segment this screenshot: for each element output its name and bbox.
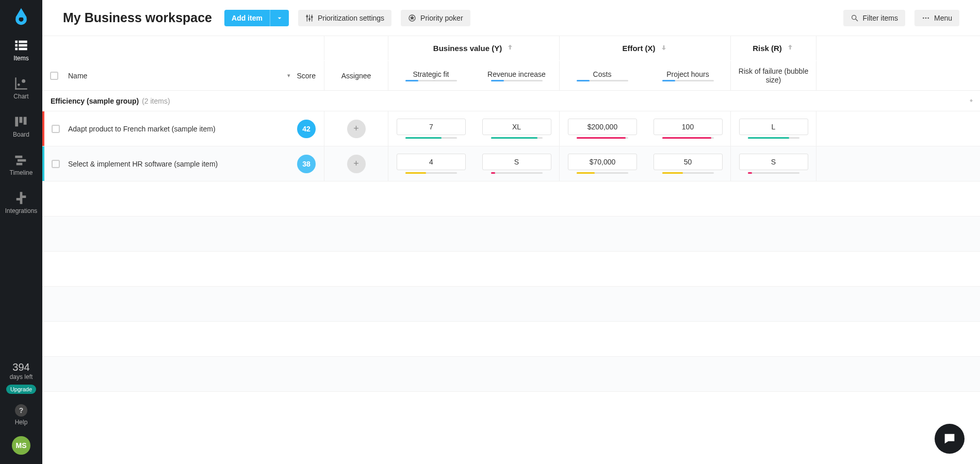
revenue-increase-cell[interactable]: S: [474, 146, 560, 181]
arrow-up-icon: [506, 43, 514, 53]
filter-items-button[interactable]: Filter items: [843, 10, 905, 26]
column-costs[interactable]: Costs: [560, 61, 645, 90]
strategic-fit-cell[interactable]: 7: [388, 111, 474, 146]
svg-rect-4: [15, 44, 18, 47]
svg-point-23: [311, 16, 313, 18]
svg-rect-3: [19, 41, 27, 43]
expand-icon[interactable]: [968, 96, 975, 105]
group-business-value: Business value (Y): [388, 36, 560, 60]
group-row[interactable]: Efficiency (sample group) (2 items): [42, 91, 980, 111]
group-name: Efficiency (sample group): [51, 97, 139, 105]
svg-point-11: [22, 79, 25, 83]
add-assignee-button[interactable]: +: [347, 155, 366, 173]
button-label: Priority poker: [420, 14, 463, 22]
board-icon: [14, 114, 28, 129]
svg-line-26: [856, 19, 858, 21]
integrations-icon: [14, 191, 28, 205]
help[interactable]: ? Help: [15, 404, 28, 426]
column-project-hours[interactable]: Project hours: [645, 61, 731, 90]
revenue-increase-cell[interactable]: XL: [474, 111, 560, 146]
sliders-icon: [305, 14, 314, 22]
group-label: Effort (X): [622, 44, 655, 53]
button-label: Prioritization settings: [318, 14, 384, 22]
topbar: My Business workspace Add item Prioritiz…: [42, 0, 980, 36]
svg-rect-8: [15, 77, 16, 89]
nav-board[interactable]: Board: [0, 114, 42, 138]
column-revenue-increase[interactable]: Revenue increase: [474, 61, 560, 90]
star-circle-icon: [408, 14, 416, 22]
column-strategic-fit[interactable]: Strategic fit: [388, 61, 474, 90]
score-badge: 38: [297, 155, 316, 173]
row-checkbox[interactable]: [44, 111, 67, 146]
column-name[interactable]: Name: [67, 61, 247, 90]
row-checkbox[interactable]: [44, 146, 67, 181]
search-icon: [851, 14, 859, 22]
column-label: Revenue increase: [487, 70, 546, 78]
help-label: Help: [15, 419, 28, 426]
svg-rect-13: [20, 117, 23, 123]
score-cell: 42: [247, 111, 324, 146]
svg-rect-17: [17, 163, 23, 165]
sidebar: Items Chart Board Timeline Integrations …: [0, 0, 42, 464]
prioritization-settings-button[interactable]: Prioritization settings: [298, 10, 391, 26]
nav-items[interactable]: Items: [0, 38, 42, 62]
nav-timeline[interactable]: Timeline: [0, 153, 42, 176]
logo[interactable]: [12, 7, 30, 26]
header-groups: Business value (Y) Effort (X) Risk (R): [42, 36, 980, 61]
help-icon: ?: [15, 404, 27, 417]
item-name[interactable]: Adapt product to French market (sample i…: [67, 111, 247, 146]
chart-icon: [14, 76, 28, 91]
menu-button[interactable]: Menu: [914, 10, 959, 26]
group-risk: Risk (R): [731, 36, 816, 60]
nav-label: Chart: [13, 93, 28, 100]
column-label: Score: [297, 72, 316, 80]
dots-icon: [922, 14, 930, 22]
column-score[interactable]: ▾ Score: [247, 61, 324, 90]
costs-cell[interactable]: $70,000: [560, 146, 645, 181]
nav-chart[interactable]: Chart: [0, 76, 42, 100]
trial-days: 394: [6, 361, 36, 373]
table-row[interactable]: Select & implement HR software (sample i…: [42, 146, 980, 181]
risk-cell[interactable]: L: [731, 111, 816, 146]
svg-point-27: [923, 17, 924, 19]
avatar[interactable]: MS: [12, 436, 30, 455]
trial-status: 394 days left Upgrade: [6, 361, 36, 394]
item-name[interactable]: Select & implement HR software (sample i…: [67, 146, 247, 181]
svg-point-1: [19, 17, 24, 22]
costs-cell[interactable]: $200,000: [560, 111, 645, 146]
column-risk-of-failure[interactable]: Risk of failure (bubble size): [731, 61, 816, 90]
svg-point-29: [927, 17, 929, 19]
group-effort: Effort (X): [560, 36, 731, 60]
svg-point-22: [308, 18, 311, 20]
risk-cell[interactable]: S: [731, 146, 816, 181]
add-assignee-button[interactable]: +: [347, 120, 366, 138]
chat-widget[interactable]: [935, 424, 965, 454]
svg-rect-5: [19, 44, 27, 47]
nav-label: Integrations: [5, 207, 38, 214]
group-label: Risk (R): [753, 44, 782, 53]
group-count: (2 items): [142, 97, 170, 105]
page-title: My Business workspace: [63, 10, 212, 25]
svg-rect-9: [15, 88, 27, 89]
strategic-fit-cell[interactable]: 4: [388, 146, 474, 181]
svg-rect-6: [15, 48, 18, 51]
svg-rect-14: [24, 117, 27, 125]
column-assignee[interactable]: Assignee: [324, 61, 388, 90]
project-hours-cell[interactable]: 50: [645, 146, 731, 181]
score-badge: 42: [297, 120, 316, 138]
add-item-split: Add item: [224, 10, 289, 26]
chevron-down-icon: ▾: [287, 72, 290, 79]
nav-integrations[interactable]: Integrations: [0, 191, 42, 214]
items-icon: [14, 38, 28, 53]
upgrade-button[interactable]: Upgrade: [6, 385, 36, 394]
table-row[interactable]: Adapt product to French market (sample i…: [42, 111, 980, 146]
select-all-checkbox[interactable]: [42, 61, 67, 90]
add-item-dropdown[interactable]: [270, 10, 289, 26]
svg-rect-7: [19, 48, 27, 51]
priority-poker-button[interactable]: Priority poker: [401, 10, 470, 26]
table: Business value (Y) Effort (X) Risk (R) N…: [42, 36, 980, 464]
nav-label: Items: [13, 55, 28, 62]
project-hours-cell[interactable]: 100: [645, 111, 731, 146]
add-item-button[interactable]: Add item: [224, 10, 270, 26]
arrow-down-icon: [660, 43, 668, 53]
